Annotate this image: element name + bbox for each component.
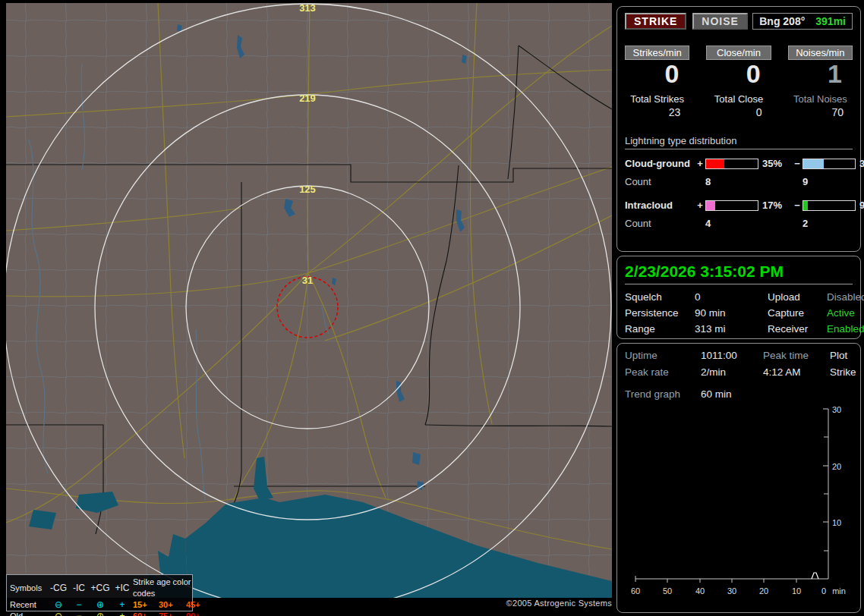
- cg-neg-bar: [803, 159, 856, 169]
- legend-symbols-header: Symbols: [10, 583, 48, 594]
- uptime-label: Uptime: [625, 350, 701, 361]
- age-75: 75+: [159, 611, 186, 616]
- squelch-label: Squelch: [625, 291, 695, 303]
- age-90: 90+: [186, 611, 213, 616]
- ic-minus-sign: −: [792, 200, 803, 211]
- capture-status: Active: [827, 307, 864, 319]
- noises-per-min-header: Noises/min: [788, 46, 853, 60]
- cg-pos-bar: [705, 159, 758, 169]
- x-tick-0: 0: [821, 586, 826, 596]
- legend-col-pos-cg: +CG: [89, 583, 112, 594]
- strike-stats-panel: STRIKE NOISE Bng 208° 391mi Strikes/min …: [616, 6, 861, 252]
- cg-neg-count: 9: [803, 176, 853, 187]
- bearing-readout: Bng 208° 391mi: [752, 13, 853, 30]
- x-tick-60: 60: [631, 586, 640, 596]
- total-close-value: 0: [706, 106, 771, 118]
- copyright-text: ©2005 Astrogenic Systems: [6, 599, 612, 608]
- legend-col-neg-ic: -IC: [69, 583, 89, 594]
- cg-pos-count: 8: [705, 176, 792, 187]
- total-close-label: Total Close: [706, 93, 771, 105]
- cg-count-label: Count: [625, 176, 695, 187]
- ic-pos-pct: 17%: [758, 200, 792, 211]
- trend-graph: 30 20 10 60 50 40 30 20 10 0 min: [625, 403, 853, 602]
- trend-y-ticks: [823, 409, 828, 551]
- range-label: Range: [625, 323, 695, 335]
- upload-status: Disabled: [827, 291, 864, 303]
- trend-spike: [812, 573, 818, 579]
- bearing-value: Bng 208°: [759, 15, 805, 27]
- strikes-per-min-value: 0: [625, 60, 689, 87]
- plot-label: Plot: [830, 350, 856, 361]
- x-tick-20: 20: [759, 586, 768, 596]
- x-tick-50: 50: [663, 586, 672, 596]
- legend-col-neg-cg: -CG: [48, 583, 69, 594]
- x-tick-10: 10: [792, 586, 801, 596]
- receiver-status: Enabled: [827, 323, 864, 335]
- ring-label-313: 313: [299, 3, 316, 14]
- peak-time-value: 4:12 AM: [763, 366, 830, 378]
- persistence-value: 90 min: [695, 307, 768, 319]
- noises-per-min-value: 1: [788, 60, 853, 87]
- capture-label: Capture: [768, 307, 827, 319]
- ic-pos-bar: [705, 200, 758, 211]
- legend-old-label: Old: [10, 611, 48, 616]
- x-tick-30: 30: [727, 586, 736, 596]
- peak-rate-value: 2/min: [701, 366, 763, 378]
- system-status-panel: 2/23/2026 3:15:02 PM Squelch 0 Upload Di…: [616, 256, 861, 339]
- y-tick-30: 30: [832, 405, 841, 414]
- ic-neg-bar: [803, 200, 856, 211]
- cg-plus-sign: +: [695, 158, 705, 169]
- ic-neg-pct: 9%: [856, 200, 864, 211]
- old-neg-ic-icon: −: [69, 611, 89, 616]
- ring-label-31: 31: [302, 275, 313, 286]
- ic-plus-sign: +: [695, 200, 705, 211]
- ic-neg-count: 2: [803, 218, 853, 229]
- legend-col-pos-ic: +IC: [112, 583, 133, 594]
- close-per-min-value: 0: [706, 60, 771, 87]
- cg-neg-pct: 39%: [856, 158, 864, 169]
- peak-rate-label: Peak rate: [625, 366, 701, 378]
- map-canvas: 313 219 125 31: [6, 3, 612, 598]
- old-pos-cg-icon: ⊕: [89, 611, 112, 616]
- trend-panel: Uptime 1011:00 Peak time Plot Peak rate …: [616, 343, 861, 613]
- persistence-label: Persistence: [625, 307, 695, 319]
- x-axis-unit: min: [832, 586, 846, 596]
- receiver-label: Receiver: [768, 323, 827, 335]
- cloud-ground-label: Cloud-ground: [625, 158, 695, 169]
- strikes-per-min-header: Strikes/min: [625, 46, 689, 60]
- trend-window-value: 60 min: [701, 388, 853, 400]
- bearing-distance: 391mi: [815, 15, 846, 27]
- peak-time-label: Peak time: [763, 350, 830, 361]
- ring-label-125: 125: [299, 184, 316, 195]
- strike-mode-button[interactable]: STRIKE: [625, 13, 686, 30]
- age-60: 60+: [133, 611, 159, 616]
- y-tick-10: 10: [832, 518, 841, 527]
- upload-label: Upload: [768, 291, 827, 303]
- squelch-value: 0: [695, 291, 768, 303]
- old-pos-ic-icon: +: [112, 611, 133, 616]
- intracloud-label: Intracloud: [625, 200, 695, 211]
- total-strikes-value: 23: [625, 106, 689, 118]
- range-value: 313 mi: [695, 323, 768, 335]
- cg-pos-pct: 35%: [758, 158, 792, 169]
- ic-count-label: Count: [625, 218, 695, 229]
- y-tick-20: 20: [832, 462, 841, 471]
- app-window: 313 219 125 31 Symbols -CG -IC +CG +IC S…: [0, 0, 864, 616]
- total-noises-value: 70: [788, 106, 853, 118]
- close-per-min-header: Close/min: [706, 46, 771, 60]
- total-noises-label: Total Noises: [788, 93, 853, 105]
- old-neg-cg-icon: ⊖: [48, 611, 69, 616]
- cg-minus-sign: −: [792, 158, 803, 169]
- x-tick-40: 40: [695, 586, 705, 596]
- plot-type-value: Strike: [830, 366, 856, 378]
- noise-mode-button[interactable]: NOISE: [692, 13, 748, 30]
- legend-age-title: Strike age color codes: [133, 577, 213, 599]
- distribution-title: Lightning type distribution: [625, 135, 853, 149]
- ring-label-219: 219: [299, 93, 316, 104]
- lightning-map[interactable]: 313 219 125 31: [6, 3, 612, 598]
- clock-readout: 2/23/2026 3:15:02 PM: [625, 262, 853, 284]
- total-strikes-label: Total Strikes: [625, 93, 689, 105]
- ic-pos-count: 4: [705, 218, 792, 229]
- uptime-value: 1011:00: [701, 350, 763, 361]
- trend-graph-label: Trend graph: [625, 388, 701, 400]
